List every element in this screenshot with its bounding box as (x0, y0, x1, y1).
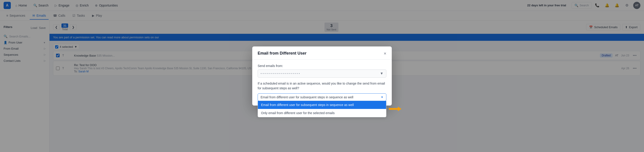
sequence-option-dropdown: Email from different user for subsequent… (258, 93, 386, 101)
send-from-dropdown[interactable]: •••••••••••••••••••• ▼ (258, 69, 386, 78)
dropdown-selected-display[interactable]: Email from different user for subsequent… (258, 93, 386, 101)
modal-question-text: If a scheduled email is in an active seq… (258, 81, 386, 91)
option-arrow (389, 107, 402, 111)
send-from-label: Send emails from: (258, 64, 386, 68)
dropdown-option-selected-only[interactable]: Only email from different user for the s… (258, 109, 386, 117)
modal-header: Email from Different User × (252, 47, 392, 60)
modal-title: Email from Different User (258, 51, 306, 56)
send-from-blurred-value: •••••••••••••••••••• (260, 72, 300, 75)
modal-close-button[interactable]: × (384, 51, 386, 56)
modal-body: Send emails from: •••••••••••••••••••• ▼… (252, 60, 392, 105)
modal-overlay[interactable]: Email from Different User × Send emails … (0, 0, 644, 152)
send-from-chevron: ▼ (380, 71, 384, 76)
dropdown-selected-text: Email from different user for subsequent… (260, 95, 381, 99)
dropdown-option-subsequent[interactable]: Email from different user for subsequent… (258, 101, 386, 109)
dropdown-menu: Email from different user for subsequent… (258, 101, 386, 117)
dropdown-chevron-icon: ▼ (381, 96, 384, 99)
email-from-different-user-modal: Email from Different User × Send emails … (252, 47, 392, 105)
